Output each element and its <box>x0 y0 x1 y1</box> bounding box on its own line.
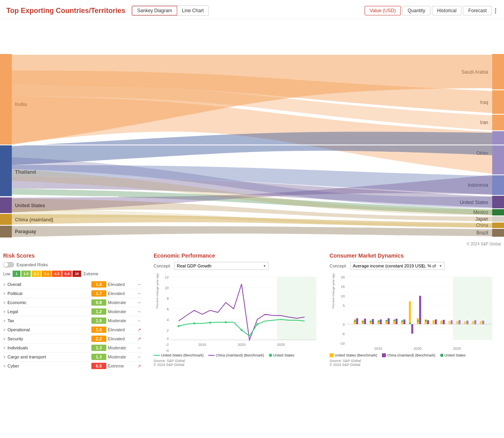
line-chart-tab[interactable]: Line Chart <box>177 6 208 15</box>
us-dot-5 <box>241 329 243 331</box>
options-menu[interactable] <box>493 7 498 15</box>
svg-text:12: 12 <box>165 275 169 279</box>
consumer-us-dot-3 <box>370 321 372 322</box>
svg-text:6: 6 <box>167 307 169 311</box>
risk-category-individuals[interactable]: ∨ Individuals <box>3 345 91 350</box>
legend-us-benchmark-line <box>154 355 160 356</box>
svg-text:-5: -5 <box>341 332 345 336</box>
bar-china-2015 <box>372 319 374 324</box>
legend-box-3.1: 3.1 <box>42 271 51 277</box>
concept-row-consumer: Concept: Average income (constant 2019 U… <box>330 262 498 270</box>
legend-consumer-us-bar <box>330 353 334 357</box>
bar-us-f5 <box>480 321 482 324</box>
svg-text:15: 15 <box>341 285 345 289</box>
legend-box-1: 1 <box>13 271 20 277</box>
expanded-risks-row: Expanded Risks <box>3 262 143 267</box>
bar-us-f1 <box>448 321 450 324</box>
risk-category-political[interactable]: ∨ Political <box>3 291 91 296</box>
concept-select-econ[interactable]: Real GDP Growth <box>174 262 269 270</box>
legend-us-label: United States <box>273 353 295 357</box>
consumer-us-dot-10 <box>425 320 427 321</box>
bar-china-2017 <box>388 318 390 324</box>
us-dot-1 <box>178 325 180 327</box>
risk-score-operational: 1.6 <box>91 327 106 333</box>
other-node <box>492 131 504 174</box>
value-usd-toggle[interactable]: Value (USD) <box>365 6 401 15</box>
risk-score-political: 1.7 <box>91 290 106 297</box>
concept-select-consumer[interactable]: Average income (constant 2019 US$), % ch… <box>350 262 445 270</box>
legend-consumer-us-dot-label: United States <box>445 353 466 357</box>
bottom-panels: Risk Scores Expanded Risks Low 1 1.5 2.3… <box>0 248 504 373</box>
iran-node <box>492 115 504 130</box>
bar-us-f4 <box>472 321 474 324</box>
svg-text:2025: 2025 <box>277 343 285 347</box>
svg-text:2015: 2015 <box>198 343 206 347</box>
risk-arrow-overall: → <box>135 282 143 287</box>
svg-text:Percent change year ago: Percent change year ago <box>156 273 159 308</box>
china-node <box>0 214 12 225</box>
legend-box-1.5: 1.5 <box>21 271 31 277</box>
quantity-toggle[interactable]: Quantity <box>402 6 430 15</box>
risk-score-tax: 1.5 <box>91 317 106 324</box>
bar-china-2019 <box>404 319 406 324</box>
header-left: Top Exporting Countries/Territories Sank… <box>6 6 209 16</box>
consumer-us-dot-4 <box>378 320 380 322</box>
risk-row-political: ∨ Political 1.7 Elevated → <box>3 289 143 298</box>
risk-category-overall[interactable]: ∨ Overall <box>3 282 91 287</box>
risk-arrow-individuals: → <box>135 345 143 350</box>
india-node <box>0 54 12 145</box>
risk-label-economic: Moderate <box>108 300 135 305</box>
legend-consumer-china: China (mainland) (Benchmark) <box>382 353 435 357</box>
risk-row-tax: ∨ Tax 1.5 Moderate → <box>3 316 143 325</box>
consumer-us-dot-2 <box>362 321 364 323</box>
historical-toggle[interactable]: Historical <box>432 6 461 15</box>
svg-text:10: 10 <box>165 286 169 290</box>
sankey-diagram-tab[interactable]: Sankey Diagram <box>132 6 177 15</box>
risk-label-cargo: Moderate <box>108 354 135 359</box>
risk-score-economic: 0.8 <box>91 299 106 306</box>
bar-china-2024 <box>443 320 445 324</box>
legend-china-label: China (mainland) (Benchmark) <box>216 353 264 357</box>
svg-text:20: 20 <box>341 275 345 279</box>
concept-select-wrapper: Real GDP Growth <box>174 262 269 270</box>
risk-row-cyber: ∨ Cyber 6.5 Extreme ↗ <box>3 362 143 370</box>
economic-panel: Economic Performance Concept: Real GDP G… <box>149 252 326 370</box>
page-title: Top Exporting Countries/Territories <box>6 7 125 15</box>
risk-row-overall: ∨ Overall 1.6 Elevated → <box>3 280 143 289</box>
expanded-risks-switch[interactable] <box>3 262 14 267</box>
us-right-node <box>492 196 504 208</box>
risk-label-tax: Moderate <box>108 318 135 323</box>
risk-category-economic[interactable]: ∨ Economic <box>3 300 91 305</box>
indonesia-node <box>492 175 504 195</box>
svg-text:2020: 2020 <box>413 347 421 351</box>
legend-us-dot <box>269 354 272 357</box>
risk-category-security[interactable]: ∨ Security <box>3 336 91 341</box>
bar-china-f2 <box>459 320 461 324</box>
bar-china-2014 <box>364 319 366 324</box>
legend-box-6.4: 6.4 <box>62 271 72 277</box>
legend-us-benchmark-label: United States (Benchmark) <box>161 353 204 357</box>
risk-category-cyber[interactable]: ∨ Cyber <box>3 364 91 368</box>
dot2 <box>495 10 496 11</box>
risk-category-tax[interactable]: ∨ Tax <box>3 318 91 323</box>
consumer-us-dot-5 <box>386 320 387 321</box>
risk-score-overall: 1.6 <box>91 281 106 288</box>
svg-text:Percent change year ago: Percent change year ago <box>332 273 335 308</box>
risk-category-operational[interactable]: ∨ Operational <box>3 327 91 332</box>
legend-consumer-china-bar <box>382 353 386 357</box>
legend-box-4.3: 4.3 <box>52 271 61 277</box>
svg-text:2: 2 <box>167 328 169 332</box>
forecast-toggle[interactable]: Forecast <box>463 6 492 15</box>
risk-category-cargo[interactable]: ∨ Cargo and transport <box>3 354 91 359</box>
risk-arrow-tax: → <box>135 318 143 323</box>
svg-text:10: 10 <box>341 294 345 298</box>
japan-node <box>492 216 504 222</box>
risk-scores-panel: Risk Scores Expanded Risks Low 1 1.5 2.3… <box>3 252 149 370</box>
legend-low: Low <box>3 272 10 276</box>
bar-china-f1 <box>451 320 453 324</box>
risk-row-cargo: ∨ Cargo and transport 1.3 Moderate → <box>3 353 143 362</box>
bar-china-f4 <box>474 320 476 324</box>
svg-rect-1 <box>277 277 317 340</box>
risk-category-legal[interactable]: ∨ Legal <box>3 309 91 314</box>
legend-extreme: Extreme <box>83 272 98 276</box>
